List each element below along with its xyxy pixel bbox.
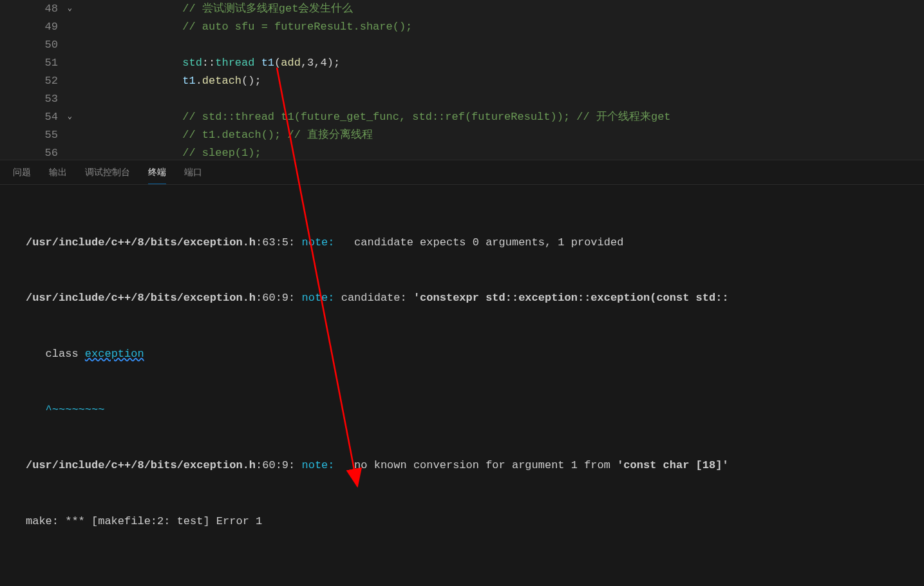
line-number: 56	[0, 144, 77, 160]
tab-output[interactable]: 输出	[49, 165, 67, 184]
line-number: 52	[0, 72, 77, 90]
line-number: 51	[0, 54, 77, 71]
code-line[interactable]: 56 // sleep(1);	[0, 144, 924, 160]
tab-ports[interactable]: 端口	[184, 165, 202, 184]
tab-terminal[interactable]: 终端	[148, 165, 166, 184]
chevron-down-icon[interactable]: ⌄	[68, 3, 72, 15]
tab-debug-console[interactable]: 调试控制台	[85, 165, 130, 184]
tab-problems[interactable]: 问题	[13, 165, 31, 184]
terminal[interactable]: /usr/include/c++/8/bits/exception.h:63:5…	[0, 185, 924, 586]
code-line[interactable]: 52 t1.detach();	[0, 72, 924, 90]
line-number: 48⌄	[0, 0, 77, 17]
panel-tabs: 问题 输出 调试控制台 终端 端口	[0, 160, 924, 185]
code-line[interactable]: 49 // auto sfu = futureResult.share();	[0, 18, 924, 36]
code-line[interactable]: 48⌄ // 尝试测试多线程get会发生什么	[0, 0, 924, 18]
code-line[interactable]: 54⌄ // std::thread t1(future_get_func, s…	[0, 108, 924, 126]
editor-area: 48⌄ // 尝试测试多线程get会发生什么 49 // auto sfu = …	[0, 0, 924, 160]
code-line[interactable]: 53	[0, 90, 924, 108]
line-number: 54⌄	[0, 108, 77, 126]
chevron-down-icon[interactable]: ⌄	[68, 111, 72, 123]
line-number: 55	[0, 126, 77, 144]
line-number: 49	[0, 18, 77, 35]
line-number: 53	[0, 90, 77, 108]
code-line[interactable]: 51 std::thread t1(add,3,4);	[0, 54, 924, 72]
line-number: 50	[0, 36, 77, 53]
code-line[interactable]: 50	[0, 36, 924, 54]
panel-area: 问题 输出 调试控制台 终端 端口 /usr/include/c++/8/bit…	[0, 160, 924, 586]
code-line[interactable]: 55 // t1.detach(); // 直接分离线程	[0, 126, 924, 144]
